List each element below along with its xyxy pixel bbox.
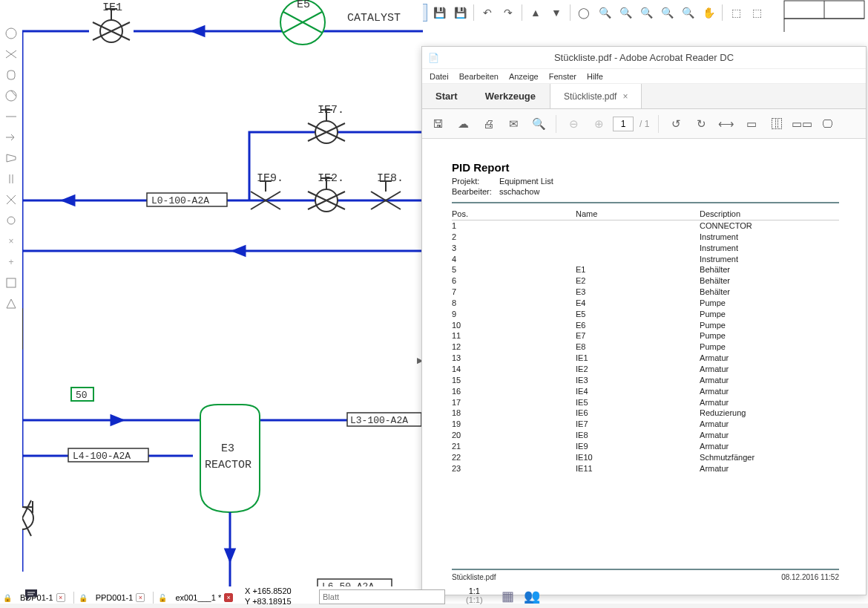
page-number-input[interactable] — [613, 117, 634, 131]
col-pos: Pos. — [452, 208, 576, 220]
mirror-h-icon[interactable]: ▲ — [527, 4, 545, 22]
pdf-page[interactable]: PID Report Projekt:Equipment List Bearbe… — [430, 146, 861, 592]
table-row: 21IE9Armatur — [452, 441, 839, 452]
svg-marker-12 — [193, 27, 204, 36]
table-row: 1CONNECTOR — [452, 220, 839, 232]
label-ie1: IE1 — [102, 1, 122, 14]
tab-document[interactable]: Stückliste.pdf× — [550, 84, 642, 108]
zoom-realtime-icon[interactable]: 🔍 — [679, 4, 697, 22]
label-ie4: IE4 — [22, 525, 26, 545]
redo-icon[interactable]: ↷ — [499, 4, 517, 22]
palette-valve-icon[interactable] — [3, 46, 19, 62]
svg-marker-20 — [111, 416, 122, 425]
fit-width-icon[interactable]: ⟷ — [715, 113, 737, 135]
palette-reducer-icon[interactable] — [3, 150, 19, 166]
palette-line-icon[interactable] — [3, 108, 19, 125]
rotate-ccw-icon[interactable]: ↺ — [665, 113, 687, 135]
zoom-in-icon[interactable]: 🔍 — [596, 4, 614, 22]
menu-fenster[interactable]: Fenster — [549, 72, 576, 81]
projekt-value: Equipment List — [499, 177, 553, 186]
svg-marker-19 — [234, 246, 245, 255]
pdf-window: 📄 Stückliste.pdf - Adobe Acrobat Reader … — [421, 46, 867, 595]
file-tab[interactable]: PPD001-1× — [92, 592, 149, 604]
save-icon[interactable]: 🖫 — [427, 113, 449, 135]
close-icon[interactable]: × — [136, 593, 145, 602]
coord-y: Y +83.18915 — [245, 597, 292, 607]
menu-hilfe[interactable]: Hilfe — [587, 72, 603, 81]
label-ie9: IE9. — [257, 172, 283, 185]
table-row: 20IE8Armatur — [452, 430, 839, 441]
zoom-out-icon[interactable]: 🔍 — [617, 4, 634, 22]
bearbeiter-value: sschachow — [499, 187, 539, 196]
col-desc: Description — [700, 208, 839, 220]
mirror-v-icon[interactable]: ▼ — [548, 4, 565, 22]
select-cross-icon[interactable]: ⬚ — [748, 4, 766, 22]
pid-canvas[interactable]: IE1 IE7. IE9. IE2. IE8. L0-100-A2A 50 L3… — [22, 0, 423, 586]
scroll-icon[interactable]: ⿲ — [766, 113, 788, 135]
palette-arrow-icon[interactable] — [3, 129, 19, 146]
cloud-icon[interactable]: ☁ — [452, 113, 474, 135]
close-icon[interactable]: × — [224, 593, 233, 602]
zoom-window-icon[interactable]: 🔍 — [637, 4, 655, 22]
mail-icon[interactable]: ✉ — [502, 113, 525, 135]
svg-rect-11 — [7, 278, 16, 287]
report-rule — [452, 202, 839, 203]
label-l4: L4-100-A2A — [73, 451, 131, 462]
table-row: 13IE1Armatur — [452, 353, 839, 364]
palette-misc-icon[interactable] — [3, 275, 19, 291]
table-row: 23IE11Armatur — [452, 463, 839, 474]
blatt-input[interactable] — [319, 589, 445, 604]
zoom-previous-icon[interactable]: 🔍 — [658, 4, 676, 22]
label-l0: L0-100-A2A — [151, 195, 209, 206]
two-page-icon[interactable]: ▭▭ — [791, 113, 813, 135]
menu-anzeige[interactable]: Anzeige — [509, 72, 539, 81]
save-icon[interactable]: 💾 — [430, 4, 448, 22]
rotate-cw-icon[interactable]: ↻ — [690, 113, 712, 135]
pdf-titlebar[interactable]: 📄 Stückliste.pdf - Adobe Acrobat Reader … — [422, 47, 866, 69]
pdf-file-icon: 📄 — [428, 53, 439, 63]
undo-icon[interactable]: ↶ — [479, 4, 496, 22]
menu-bearbeiten[interactable]: Bearbeiten — [459, 72, 499, 81]
palette-misc2-icon[interactable] — [3, 295, 19, 312]
layers-icon[interactable]: ▦ — [502, 588, 514, 604]
zoom-extents-icon[interactable]: ◯ — [575, 4, 593, 22]
tab-sep — [73, 592, 74, 604]
palette-circle-icon[interactable] — [3, 212, 19, 229]
palette-check-icon[interactable] — [3, 192, 19, 208]
page-up-icon[interactable]: ⊖ — [562, 113, 585, 135]
palette-tank-icon[interactable] — [3, 67, 19, 83]
single-page-icon[interactable]: ▭ — [740, 113, 763, 135]
palette-instrument-icon[interactable] — [3, 25, 19, 42]
tab-sep — [153, 592, 154, 604]
coord-x: X +165.8520 — [245, 586, 292, 597]
select-window-icon[interactable]: ⬚ — [727, 4, 745, 22]
tab-start[interactable]: Start — [422, 84, 472, 108]
close-tab-icon[interactable]: × — [622, 91, 628, 102]
label-l3: L3-100-A2A — [350, 415, 408, 426]
palette-plus-icon[interactable]: + — [3, 254, 19, 270]
svg-point-4 — [6, 28, 16, 39]
ratio-top: 1:1 — [466, 586, 483, 595]
pdf-menu: Datei Bearbeiten Anzeige Fenster Hilfe — [422, 69, 866, 84]
file-tab[interactable]: ex001___1 *× — [171, 592, 237, 604]
menu-datei[interactable]: Datei — [430, 72, 449, 81]
pan-icon[interactable]: ✋ — [700, 4, 717, 22]
palette-pump-icon[interactable] — [3, 88, 19, 104]
close-icon[interactable]: × — [56, 593, 65, 602]
fullscreen-icon[interactable]: 🖵 — [816, 113, 838, 135]
chat-icon[interactable] — [24, 588, 40, 605]
print-icon[interactable]: 🖨 — [477, 113, 499, 135]
objects-icon[interactable]: 👥 — [524, 588, 540, 604]
title-block-frame — [783, 0, 865, 33]
palette-flange-icon[interactable] — [3, 171, 19, 187]
search-icon[interactable]: 🔍 — [527, 113, 550, 135]
tab-document-label: Stückliste.pdf — [564, 91, 617, 102]
table-row: 10E6Pumpe — [452, 320, 839, 331]
save-all-icon[interactable]: 💾 — [451, 4, 469, 22]
table-row: 15IE3Armatur — [452, 375, 839, 386]
bearbeiter-label: Bearbeiter: — [452, 187, 499, 196]
palette-cross-icon[interactable]: × — [3, 233, 19, 249]
page-down-icon[interactable]: ⊕ — [588, 113, 610, 135]
label-ie8: IE8. — [377, 172, 404, 185]
tab-tools[interactable]: Werkzeuge — [472, 84, 550, 108]
